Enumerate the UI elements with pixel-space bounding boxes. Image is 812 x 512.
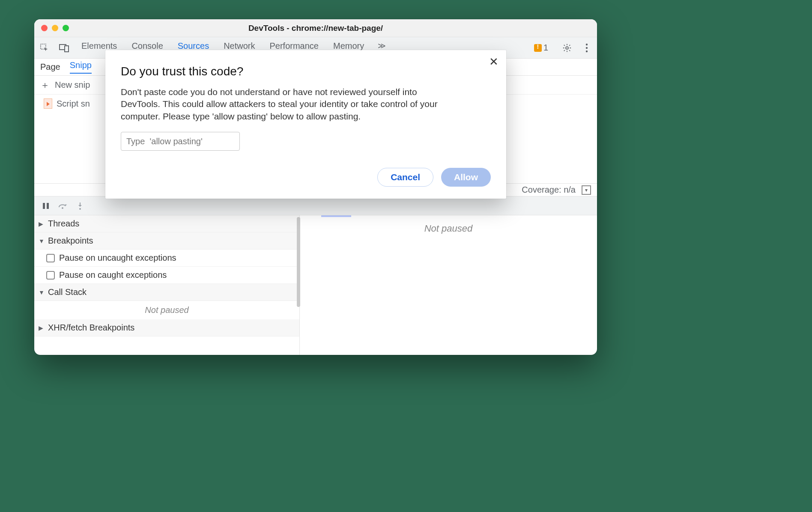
warning-count: 1 (543, 43, 548, 53)
right-pane-status: Not paused (424, 223, 473, 234)
dialog-close-icon[interactable]: ✕ (489, 55, 499, 68)
pause-resume-icon[interactable] (40, 202, 51, 210)
window-controls (41, 25, 69, 31)
warning-icon (534, 44, 542, 52)
debugger-right-pane: Not paused (300, 215, 597, 355)
debugger-left-pane: ▶Threads ▼Breakpoints Pause on uncaught … (34, 215, 300, 355)
checkbox-icon[interactable] (46, 271, 55, 280)
svg-rect-7 (43, 203, 45, 209)
pause-caught-row[interactable]: Pause on caught exceptions (34, 267, 299, 284)
svg-point-9 (62, 207, 63, 209)
coverage-label: Coverage: n/a (522, 185, 576, 195)
coverage-toggle-icon[interactable] (582, 185, 591, 195)
new-snippet-button[interactable]: New snip (55, 80, 90, 90)
close-window-button[interactable] (41, 25, 48, 31)
dialog-title: Do you trust this code? (121, 65, 491, 78)
subtab-snippets[interactable]: Snipp (70, 60, 92, 74)
svg-rect-8 (47, 203, 49, 209)
step-over-icon[interactable] (57, 202, 69, 210)
cancel-button[interactable]: Cancel (377, 168, 433, 187)
svg-point-4 (586, 43, 588, 45)
svg-rect-2 (65, 46, 69, 52)
inspect-element-icon[interactable] (39, 42, 51, 54)
section-xhr-breakpoints[interactable]: ▶XHR/fetch Breakpoints (34, 319, 299, 336)
snippet-item-label: Script sn (57, 99, 90, 109)
dialog-body: Don't paste code you do not understand o… (121, 86, 446, 122)
step-into-icon[interactable] (75, 202, 86, 210)
svg-point-6 (586, 50, 588, 52)
svg-point-3 (566, 47, 568, 49)
call-stack-not-paused: Not paused (34, 301, 299, 319)
section-call-stack[interactable]: ▼Call Stack (34, 284, 299, 301)
svg-point-10 (79, 208, 81, 210)
maximize-window-button[interactable] (63, 25, 69, 31)
section-threads[interactable]: ▶Threads (34, 215, 299, 232)
settings-gear-icon[interactable] (561, 42, 573, 54)
checkbox-icon[interactable] (46, 254, 55, 262)
warnings-badge[interactable]: 1 (534, 43, 548, 53)
plus-icon[interactable]: ＋ (40, 79, 50, 92)
titlebar: DevTools - chrome://new-tab-page/ (34, 19, 597, 37)
section-breakpoints[interactable]: ▼Breakpoints (34, 232, 299, 250)
allow-pasting-input[interactable] (121, 132, 240, 151)
subtab-page[interactable]: Page (40, 62, 60, 72)
window-title: DevTools - chrome://new-tab-page/ (34, 24, 597, 33)
allow-button[interactable]: Allow (441, 168, 491, 187)
snippet-file-icon (44, 98, 52, 109)
device-toolbar-icon[interactable] (58, 42, 70, 54)
minimize-window-button[interactable] (52, 25, 58, 31)
debugger-controls (34, 196, 597, 215)
more-menu-icon[interactable] (581, 42, 593, 54)
trust-code-dialog: ✕ Do you trust this code? Don't paste co… (105, 50, 506, 199)
dialog-buttons: Cancel Allow (121, 168, 491, 187)
scrollbar[interactable] (297, 217, 300, 307)
pause-uncaught-row[interactable]: Pause on uncaught exceptions (34, 250, 299, 267)
debugger-split: ▶Threads ▼Breakpoints Pause on uncaught … (34, 215, 597, 355)
svg-point-5 (586, 47, 588, 48)
devtools-window: DevTools - chrome://new-tab-page/ Elemen… (34, 19, 597, 355)
